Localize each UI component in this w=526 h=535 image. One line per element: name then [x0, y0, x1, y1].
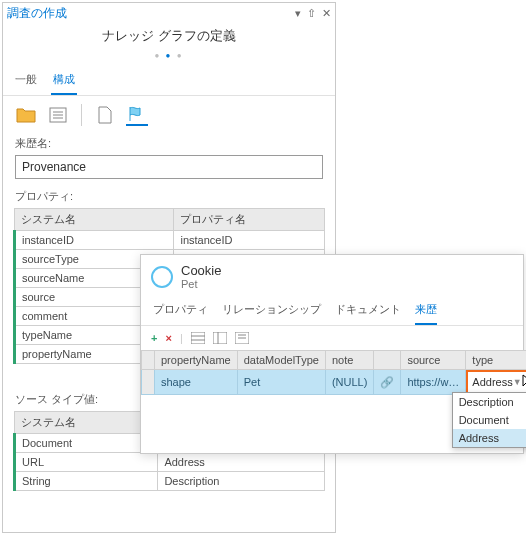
- col-propertyname[interactable]: propertyName: [155, 351, 238, 370]
- label-source-name: 来歴名:: [3, 134, 335, 155]
- entity-popup: Cookie Pet プロパティ リレーションシップ ドキュメント 来歴 + ×…: [140, 254, 524, 454]
- cell-datamodeltype[interactable]: Pet: [237, 370, 325, 395]
- popup-toolbar: + × |: [141, 326, 523, 350]
- cell-source[interactable]: https://w…: [401, 370, 466, 395]
- grid-header-row: システム名 プロパティ名: [15, 209, 325, 231]
- svg-rect-4: [191, 332, 205, 344]
- table-icon[interactable]: [191, 332, 205, 344]
- step-indicator: ● ● ●: [3, 51, 335, 60]
- svg-rect-7: [213, 332, 227, 344]
- popup-tab-relationships[interactable]: リレーションシップ: [222, 298, 321, 325]
- table-row[interactable]: instanceIDinstanceID: [15, 231, 325, 250]
- page-icon[interactable]: [94, 104, 116, 126]
- popup-tab-properties[interactable]: プロパティ: [153, 298, 208, 325]
- col-note[interactable]: note: [325, 351, 373, 370]
- grid-header-row: propertyName dataModelType note source t…: [142, 351, 527, 370]
- col-type[interactable]: type: [466, 351, 526, 370]
- type-combobox[interactable]: Address ▼: [466, 370, 526, 394]
- definition-title: ナレッジ グラフの定義: [3, 27, 335, 45]
- popup-tab-provenance[interactable]: 来歴: [415, 298, 437, 325]
- pin-icon[interactable]: ⇧: [307, 7, 316, 20]
- toolbar: [3, 96, 335, 134]
- link-icon[interactable]: 🔗: [374, 370, 401, 395]
- col-datamodeltype[interactable]: dataModelType: [237, 351, 325, 370]
- panel-title: 調査の作成: [7, 5, 295, 22]
- folder-icon[interactable]: [15, 104, 37, 126]
- label-properties: プロパティ:: [3, 187, 335, 208]
- tab-general[interactable]: 一般: [13, 68, 39, 95]
- popup-tab-documents[interactable]: ドキュメント: [335, 298, 401, 325]
- source-name-input[interactable]: [15, 155, 323, 179]
- panel-tabs: 一般 構成: [3, 68, 335, 96]
- filter-icon[interactable]: [213, 332, 227, 344]
- add-icon[interactable]: +: [151, 332, 157, 344]
- popup-subtitle: Pet: [181, 278, 221, 290]
- popup-title: Cookie: [181, 263, 221, 278]
- popup-tabs: プロパティ リレーションシップ ドキュメント 来歴: [141, 294, 523, 326]
- tab-composition[interactable]: 構成: [51, 68, 77, 95]
- close-icon[interactable]: ✕: [322, 7, 331, 20]
- cursor-icon: [522, 374, 526, 390]
- col-source[interactable]: source: [401, 351, 466, 370]
- dropdown-option[interactable]: Document: [453, 411, 526, 429]
- cell-type[interactable]: Address ▼ Description Document Address: [466, 370, 526, 395]
- flag-icon[interactable]: [126, 104, 148, 126]
- table-row[interactable]: StringDescription: [15, 472, 325, 491]
- cell-propertyname[interactable]: shape: [155, 370, 238, 395]
- col-system-name[interactable]: システム名: [15, 209, 174, 231]
- list-icon[interactable]: [47, 104, 69, 126]
- chevron-down-icon[interactable]: ▾: [295, 7, 301, 20]
- dropdown-option[interactable]: Address: [453, 429, 526, 447]
- type-value: Address: [472, 376, 512, 388]
- type-dropdown: Description Document Address: [452, 392, 526, 448]
- table-row[interactable]: shape Pet (NULL) 🔗 https://w… Address ▼ …: [142, 370, 527, 395]
- entity-type-icon: [151, 266, 173, 288]
- chevron-down-icon[interactable]: ▼: [513, 377, 522, 387]
- col-system-name[interactable]: システム名: [15, 412, 158, 434]
- refresh-icon[interactable]: [235, 332, 249, 344]
- table-row[interactable]: URLAddress: [15, 453, 325, 472]
- cell-note[interactable]: (NULL): [325, 370, 373, 395]
- delete-icon[interactable]: ×: [165, 332, 171, 344]
- panel-header: 調査の作成 ▾ ⇧ ✕: [3, 3, 335, 23]
- provenance-grid: propertyName dataModelType note source t…: [141, 350, 523, 395]
- dropdown-option[interactable]: Description: [453, 393, 526, 411]
- col-property-name[interactable]: プロパティ名: [174, 209, 325, 231]
